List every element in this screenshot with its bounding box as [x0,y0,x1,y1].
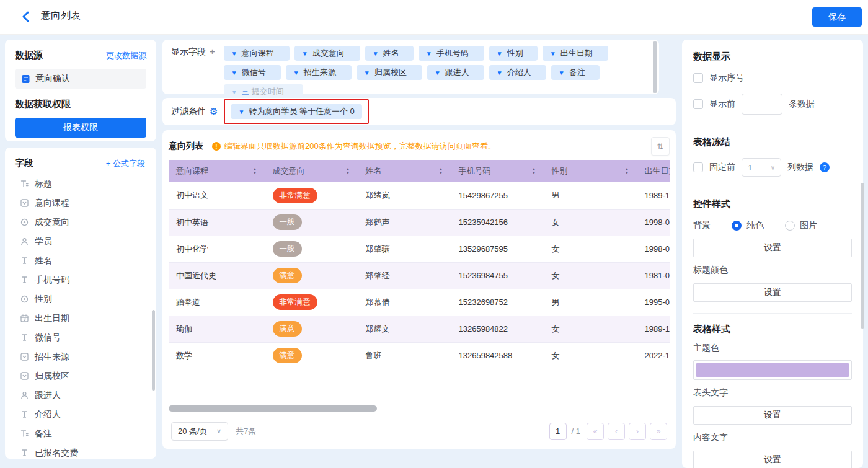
background-set-button[interactable]: 设置 [693,239,852,257]
cell-birth: 1981-06- [645,271,670,280]
gear-icon[interactable]: ⚙ [210,106,218,117]
field-item[interactable]: 标题 [15,174,150,193]
last-page-button[interactable]: » [650,423,667,440]
column-header[interactable]: 手机号码▲▼ [451,160,544,182]
change-datasource-link[interactable]: 更改数据源 [106,50,146,61]
page-size-select[interactable]: 20 条/页 ∨ [171,422,228,441]
column-header[interactable]: 成交意向▲▼ [265,160,358,182]
cell-course: 初中化学 [176,244,208,254]
theme-color-picker[interactable] [693,360,852,380]
display-field-tag-label: 提交时间 [252,86,284,97]
next-page-button[interactable]: › [629,423,646,440]
display-field-tag[interactable]: ▼介绍人 [489,65,546,80]
page-title: 意向列表 [38,9,83,27]
column-header[interactable]: 性别▲▼ [544,160,637,182]
sort-arrows-icon[interactable]: ▲▼ [439,167,443,175]
table-row[interactable]: 跆拳道非常满意郑慕倩15232698752男1995-01- [169,289,670,316]
field-item[interactable]: 介绍人 [15,405,150,424]
text-field-icon [20,276,29,285]
freeze-checkbox[interactable] [693,162,703,172]
total-count: 共7条 [236,426,256,437]
filter-condition-tag[interactable]: ▼转为意向学员 等于任意一个 0 [231,104,361,119]
display-fields-scrollbar[interactable] [653,41,657,93]
settings-scrollbar[interactable] [861,183,864,329]
background-label: 背景 [693,220,725,231]
title-color-set-button[interactable]: 设置 [693,283,852,302]
column-header-label: 姓名 [366,166,382,177]
chevron-down-icon: ▼ [231,69,237,76]
divider [693,313,852,314]
first-page-button[interactable]: « [587,423,604,440]
field-item[interactable]: 归属校区 [15,366,150,386]
table-row[interactable]: 初中英语一般郑鹤声15235942156女1998-05- [169,209,670,236]
field-list: 标题意向课程成交意向学员姓名手机号码性别出生日期微信号招生来源归属校区跟进人介绍… [15,174,150,459]
display-field-tag[interactable]: ▼出生日期 [542,46,608,61]
display-field-tag[interactable]: ▼性别 [489,46,538,61]
sort-arrows-icon[interactable]: ▲▼ [346,167,350,175]
display-field-tag[interactable]: ▼招生来源 [286,65,352,80]
table-freeze-title: 表格冻结 [693,136,852,148]
display-field-tag[interactable]: ▼跟进人 [427,65,484,80]
field-item[interactable]: 意向课程 [15,193,150,213]
radio-field-icon [20,218,29,227]
prev-page-button[interactable]: ‹ [608,423,625,440]
cell-gender: 男 [552,298,560,307]
add-display-field-icon[interactable]: + [210,46,215,56]
report-permission-button[interactable]: 报表权限 [15,118,146,138]
table-row[interactable]: 数学满意鲁班132659842588女2022-10- [169,342,670,369]
display-field-tag-disabled[interactable]: ▼三提交时间 [224,84,303,99]
display-field-tag[interactable]: ▼意向课程 [224,46,290,61]
show-first-checkbox[interactable] [693,99,703,109]
intent-badge: 满意 [273,348,302,363]
table-row[interactable]: 初中语文非常满意郑绪岚15429867255男1989-11- [169,182,670,209]
content-text-set-button[interactable]: 设置 [693,451,852,468]
field-item[interactable]: 招生来源 [15,347,150,366]
display-field-tag[interactable]: ▼备注 [551,65,600,80]
table-row[interactable]: 瑜伽满意郑耀文13265984822女1989-11- [169,316,670,342]
current-page-input[interactable]: 1 [549,423,567,440]
help-icon[interactable]: ? [820,162,830,172]
solid-color-radio[interactable] [732,221,742,231]
fields-scrollbar[interactable] [152,310,155,391]
top-bar: 意向列表 保存 [0,0,868,35]
field-item[interactable]: 跟进人 [15,386,150,405]
current-datasource[interactable]: 意向确认 [15,69,146,89]
add-formula-field-link[interactable]: + 公式字段 [106,158,145,169]
cell-birth: 1998-05- [645,218,670,227]
column-header[interactable]: 意向课程▲▼ [169,160,265,182]
field-item[interactable]: 已报名交费 [15,443,150,459]
back-icon[interactable] [17,9,33,25]
show-index-checkbox[interactable] [693,73,703,83]
field-item[interactable]: 成交意向 [15,213,150,232]
field-item[interactable]: 出生日期 [15,309,150,328]
display-field-tag[interactable]: ▼成交意向 [294,46,360,61]
display-field-tag[interactable]: ▼归属校区 [356,65,422,80]
freeze-count-select[interactable]: 1 ∨ [742,158,781,177]
table-horizontal-scrollbar[interactable] [169,405,377,412]
sort-arrows-icon[interactable]: ▲▼ [532,167,536,175]
chevron-down-icon: ∨ [216,427,221,435]
show-first-count-input[interactable] [742,94,782,115]
table-row[interactable]: 初中化学一般郑肇骧13529687595女1998-05- [169,236,670,262]
display-field-tag[interactable]: ▼手机号码 [418,46,484,61]
sort-arrows-icon[interactable]: ▲▼ [253,167,257,175]
field-item[interactable]: 姓名 [15,251,150,270]
field-item[interactable]: 微信号 [15,328,150,347]
field-item[interactable]: 学员 [15,232,150,251]
header-text-set-button[interactable]: 设置 [693,406,852,425]
sort-order-icon[interactable]: ⇅ [651,137,670,156]
cell-name: 郑耀文 [366,324,390,333]
field-item[interactable]: 手机号码 [15,270,150,289]
save-button[interactable]: 保存 [812,7,862,27]
table-row[interactable]: 中国近代史满意郑肇经15236984755女1981-06- [169,262,670,289]
display-field-tag-label: 手机号码 [436,48,469,59]
column-header[interactable]: 出生日期▲▼ [637,160,670,182]
image-radio[interactable] [785,221,795,231]
display-field-tag[interactable]: ▼姓名 [365,46,414,61]
column-header[interactable]: 姓名▲▼ [358,160,451,182]
header-text-label: 表头文字 [693,387,852,399]
field-item[interactable]: 性别 [15,289,150,309]
field-item[interactable]: 备注 [15,424,150,443]
display-field-tag[interactable]: ▼微信号 [224,65,281,80]
sort-arrows-icon[interactable]: ▲▼ [625,167,629,175]
